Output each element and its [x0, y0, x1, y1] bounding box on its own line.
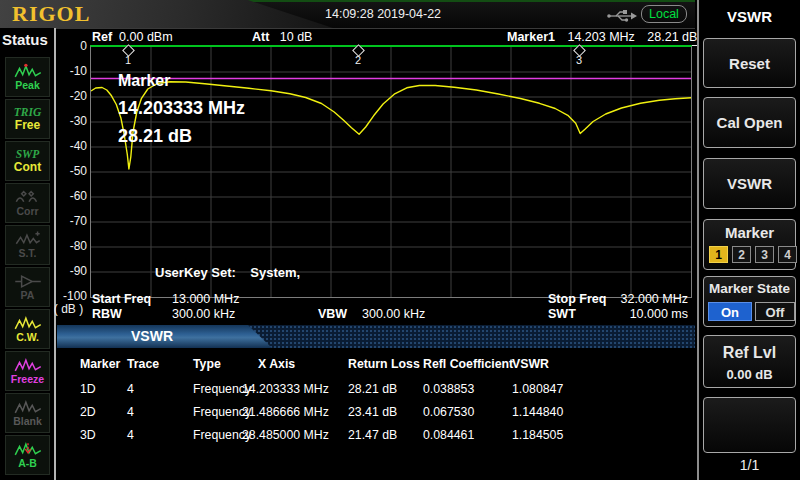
- marker-3-number: 3: [572, 54, 586, 66]
- status-title: Status: [2, 31, 48, 48]
- ref-att-header: Ref 0.00 dBm: [92, 30, 182, 46]
- start-freq-field: Start Freq: [92, 292, 151, 306]
- marker-option-3[interactable]: 3: [755, 246, 774, 263]
- table-row-1-cell-6: 1.144840: [512, 405, 563, 419]
- blank-label: Blank: [13, 416, 42, 427]
- status-item-corr: Corr: [5, 183, 50, 223]
- rbw-field: RBW: [92, 307, 122, 321]
- vswr-banner: VSWR: [57, 325, 695, 348]
- marker-option-1[interactable]: 1: [709, 246, 728, 263]
- peak-icon: [14, 63, 42, 80]
- marker-option-2[interactable]: 2: [732, 246, 751, 263]
- status-item-cw: C.W.: [5, 309, 50, 349]
- instrument-screen: RIGOL 14:09:28 2019-04-22 Local Status P…: [0, 0, 800, 480]
- swt-field: SWT: [548, 307, 576, 321]
- vbw-field: VBW: [318, 307, 347, 321]
- table-row-2-cell-5: 0.084461: [423, 428, 474, 442]
- marker-2-number: 2: [351, 54, 365, 66]
- table-row-1-cell-5: 0.067530: [423, 405, 474, 419]
- ref-label: Ref: [92, 30, 112, 44]
- marker-1-number: 1: [121, 54, 135, 66]
- table-row-1-cell-4: 23.41 dB: [348, 405, 397, 419]
- table-header-marker: Marker: [80, 357, 120, 371]
- table-row-1-cell-3: 21.486666 MHz: [242, 405, 329, 419]
- table-row-0-cell-5: 0.038853: [423, 382, 474, 396]
- ref-lvl-value: 0.00 dB: [704, 367, 795, 382]
- marker-overlay-freq: 14.203333 MHz: [118, 98, 245, 119]
- vswr-button[interactable]: VSWR: [703, 158, 796, 209]
- marker-state-label: Marker State: [704, 281, 795, 296]
- status-item-st: S.T.: [5, 225, 50, 265]
- cal-open-button[interactable]: Cal Open: [703, 97, 796, 148]
- y-tick: -20: [56, 89, 87, 103]
- table-row-2-cell-6: 1.184505: [512, 428, 563, 442]
- marker-overlay-title: Marker: [118, 72, 170, 90]
- vbw-label: VBW: [318, 307, 347, 321]
- table-header-type: Type: [193, 357, 221, 371]
- status-item-ab: A-B: [5, 435, 50, 475]
- marker-state-button[interactable]: Marker State OnOff: [703, 276, 796, 327]
- ref-value: 0.00 dBm: [119, 30, 173, 44]
- ab-icon: [14, 441, 42, 458]
- freeze-label: Freeze: [11, 374, 44, 385]
- peak-label: Peak: [15, 80, 40, 91]
- ref-lvl-button[interactable]: Ref Lvl 0.00 dB: [703, 335, 796, 388]
- pa-label: PA: [21, 290, 35, 301]
- status-item-blank: Blank: [5, 393, 50, 433]
- table-header-x-axis: X Axis: [258, 357, 295, 371]
- marker-state-on[interactable]: On: [708, 302, 752, 321]
- rbw-label: RBW: [92, 307, 122, 321]
- page-indicator: 1/1: [699, 457, 800, 473]
- y-tick: -30: [56, 114, 87, 128]
- y-tick: -90: [56, 264, 87, 278]
- clock-datetime: 14:09:28 2019-04-22: [325, 7, 441, 21]
- reset-button[interactable]: Reset: [703, 38, 796, 88]
- marker-option-4[interactable]: 4: [778, 246, 797, 263]
- table-header-return-loss: Return Loss: [348, 357, 420, 371]
- stop-freq-field: Stop Freq: [548, 292, 606, 306]
- table-row-2-cell-3: 28.485000 MHz: [242, 428, 329, 442]
- local-badge: Local: [641, 5, 687, 23]
- att-label: Att: [252, 30, 269, 44]
- marker-select-label: Marker: [704, 224, 795, 241]
- start-freq-label: Start Freq: [92, 292, 151, 306]
- blank-icon: [14, 399, 42, 416]
- vbw-value: 300.00 kHz: [362, 307, 425, 321]
- ab-label: A-B: [18, 458, 37, 469]
- status-item-trig: TRIGFree: [5, 99, 50, 139]
- y-tick: -10: [56, 64, 87, 78]
- trace-plot: [91, 47, 691, 297]
- corr-label: Corr: [16, 206, 38, 217]
- marker-select-button[interactable]: Marker 1234: [703, 219, 796, 270]
- softkey-panel: VSWR Reset Cal Open VSWR Marker 1234 Mar…: [697, 0, 800, 480]
- rigol-logo: RIGOL: [12, 1, 90, 27]
- st-label: S.T.: [18, 248, 36, 259]
- stop-freq-value: 32.000 MHz: [600, 292, 688, 306]
- marker-readout-amp: 28.21 dB: [647, 30, 697, 46]
- cw-icon: [14, 315, 42, 332]
- y-tick: -70: [56, 214, 87, 228]
- table-row-0-cell-6: 1.080847: [512, 382, 563, 396]
- table-row-1-cell-1: 4: [127, 405, 134, 419]
- table-header-vswr: VSWR: [512, 357, 549, 371]
- freeze-icon: [14, 357, 42, 374]
- corr-icon: [14, 189, 42, 206]
- y-axis-unit: ( dB ): [50, 302, 87, 316]
- menu-title: VSWR: [699, 8, 800, 25]
- marker-readout-freq: 14.203 MHz: [567, 30, 634, 46]
- graph-area: [90, 45, 692, 298]
- att-value: 10 dB: [280, 30, 313, 44]
- status-item-freeze: Freeze: [5, 351, 50, 391]
- marker-state-off[interactable]: Off: [755, 302, 795, 321]
- y-tick: -50: [56, 164, 87, 178]
- table-row-0-cell-1: 4: [127, 382, 134, 396]
- table-row-0-cell-0: 1D: [80, 382, 96, 396]
- stop-freq-label: Stop Freq: [548, 292, 606, 306]
- table-header-refl-coefficient: Refl Coefficient: [423, 357, 513, 371]
- table-row-0-cell-3: 14.203333 MHz: [242, 382, 329, 396]
- status-item-swp: SWPCont: [5, 141, 50, 181]
- y-tick: -100: [56, 289, 87, 303]
- status-sidebar: Status PeakTRIGFreeSWPContCorrS.T.PAC.W.…: [0, 28, 56, 480]
- cw-label: C.W.: [16, 332, 39, 343]
- rbw-value: 300.00 kHz: [172, 307, 235, 321]
